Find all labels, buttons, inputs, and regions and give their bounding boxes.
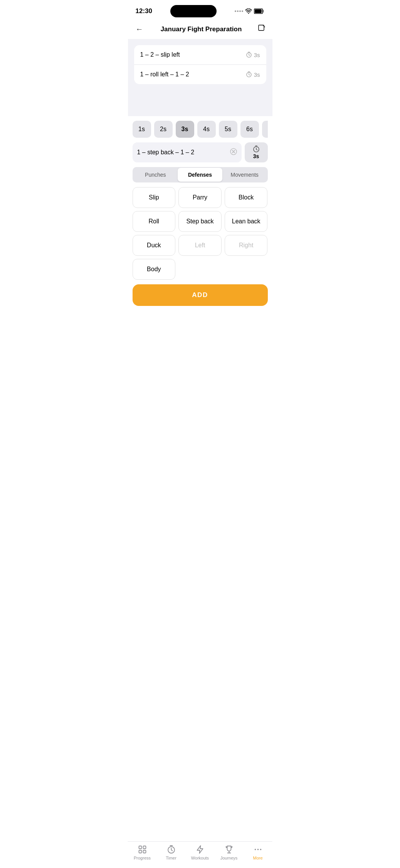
- timer-btn-icon: [253, 145, 260, 152]
- defense-btn-right[interactable]: Right: [225, 235, 268, 256]
- combo-text-2: 1 – roll left – 1 – 2: [140, 71, 189, 78]
- combo-card: 1 – 2 – slip left 3s 1 – roll left – 1 –…: [134, 45, 266, 84]
- dynamic-island: [170, 5, 217, 17]
- tab-option-movements[interactable]: Movements: [222, 168, 267, 182]
- wifi-icon: [245, 8, 252, 14]
- back-button[interactable]: ←: [134, 23, 145, 35]
- svg-rect-2: [255, 9, 262, 13]
- time-btn-5s[interactable]: 5s: [219, 121, 237, 138]
- status-icons: [235, 8, 264, 14]
- status-bar: 12:30: [128, 0, 272, 19]
- defense-btn-step-back[interactable]: Step back: [178, 211, 222, 232]
- defense-btn-lean-back[interactable]: Lean back: [225, 211, 268, 232]
- edit-button[interactable]: [257, 24, 266, 34]
- defense-btn-duck[interactable]: Duck: [133, 235, 176, 256]
- time-selector: 1s2s3s4s5s6s7s8s: [133, 121, 268, 142]
- time-btn-2s[interactable]: 2s: [154, 121, 173, 138]
- combo-timer-1: 3s: [246, 52, 260, 58]
- defense-btn-slip[interactable]: Slip: [133, 187, 176, 208]
- time-btn-3s[interactable]: 3s: [176, 121, 194, 138]
- timer-select-button[interactable]: 3s: [245, 142, 268, 162]
- tab-option-defenses[interactable]: Defenses: [178, 168, 222, 182]
- input-row: 3s: [133, 142, 268, 162]
- combo-area: 1 – 2 – slip left 3s 1 – roll left – 1 –…: [128, 39, 272, 116]
- battery-icon: [254, 8, 264, 14]
- nav-header: ← January Fight Preparation: [128, 19, 272, 39]
- combo-input-wrapper: [133, 142, 242, 162]
- add-button[interactable]: ADD: [133, 284, 268, 306]
- svg-point-0: [248, 13, 249, 14]
- category-tab-selector: PunchesDefensesMovements: [133, 167, 268, 182]
- combo-item-1[interactable]: 1 – 2 – slip left 3s: [134, 45, 266, 65]
- defense-btn-body[interactable]: Body: [133, 259, 176, 280]
- combo-text-1: 1 – 2 – slip left: [140, 51, 180, 58]
- keyboard-area: 1s2s3s4s5s6s7s8s 3s PunchesDefensesMovem…: [128, 116, 272, 309]
- defense-btn-left[interactable]: Left: [178, 235, 222, 256]
- time-btn-4s[interactable]: 4s: [197, 121, 216, 138]
- status-time: 12:30: [136, 7, 152, 15]
- defense-grid: SlipParryBlockRollStep backLean backDuck…: [133, 187, 268, 280]
- defense-btn-roll[interactable]: Roll: [133, 211, 176, 232]
- clear-input-button[interactable]: [230, 148, 237, 157]
- signal-icon: [235, 10, 243, 12]
- defense-btn-parry[interactable]: Parry: [178, 187, 222, 208]
- page-title: January Fight Preparation: [161, 25, 242, 33]
- timer-icon-1: [246, 52, 252, 58]
- defense-btn-block[interactable]: Block: [225, 187, 268, 208]
- combo-input[interactable]: [137, 149, 230, 156]
- time-btn-1s[interactable]: 1s: [133, 121, 151, 138]
- tab-option-punches[interactable]: Punches: [133, 168, 178, 182]
- timer-btn-label: 3s: [253, 153, 259, 159]
- time-btn-6s[interactable]: 6s: [240, 121, 259, 138]
- time-btn-7s[interactable]: 7s: [262, 121, 268, 138]
- combo-timer-2: 3s: [246, 71, 260, 78]
- timer-icon-2: [246, 71, 252, 78]
- combo-item-2[interactable]: 1 – roll left – 1 – 2 3s: [134, 65, 266, 84]
